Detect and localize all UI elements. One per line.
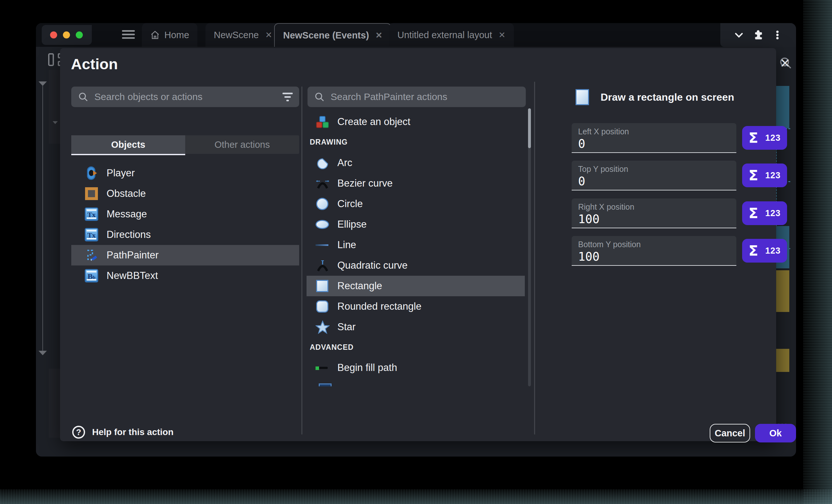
object-row-directions[interactable]: Tx Directions	[71, 224, 299, 245]
collapse-arrow-icon[interactable]	[53, 121, 58, 124]
field-label: Bottom Y position	[578, 240, 730, 249]
event-color-block	[776, 86, 789, 128]
expression-builder-button[interactable]: Σ 123	[742, 239, 787, 262]
tab-close-icon[interactable]: ✕	[498, 30, 505, 40]
field-bottom-y-position[interactable]: Bottom Y position 100	[572, 236, 736, 266]
object-row-player[interactable]: Player	[71, 163, 299, 184]
tab-close-icon[interactable]: ✕	[375, 30, 383, 40]
chevron-down-icon[interactable]	[733, 29, 744, 40]
action-label: Bezier curve	[337, 178, 393, 189]
cancel-button[interactable]: Cancel	[710, 424, 750, 443]
tab-close-icon[interactable]: ✕	[265, 30, 272, 40]
close-icon[interactable]: ✕	[780, 56, 790, 71]
scrollbar-track[interactable]	[528, 108, 531, 386]
field-value: 0	[578, 174, 730, 188]
tab-label: Untitled external layout	[397, 30, 492, 40]
action-row-star[interactable]: Star	[307, 317, 525, 337]
numbers-label: 123	[765, 171, 781, 180]
sigma-icon: Σ	[749, 130, 758, 146]
player-object-icon	[85, 166, 98, 180]
tab-other-actions[interactable]: Other actions	[185, 135, 299, 154]
tab-newscene[interactable]: NewScene ✕	[205, 23, 281, 47]
action-label: Rectangle	[337, 280, 382, 292]
action-row-arc[interactable]: Arc	[307, 152, 525, 173]
tab-objects[interactable]: Objects	[71, 135, 185, 154]
bezier-curve-icon	[315, 177, 329, 190]
scrollbar-thumb[interactable]	[528, 108, 531, 148]
quadratic-curve-icon	[315, 259, 329, 272]
object-row-pathpainter[interactable]: PathPainter	[71, 245, 299, 265]
arc-icon	[315, 156, 329, 170]
kebab-menu-icon[interactable]	[772, 29, 783, 40]
action-row-quadratic-curve[interactable]: Quadratic curve	[307, 255, 525, 276]
ok-button[interactable]: Ok	[755, 424, 796, 443]
field-label: Top Y position	[578, 165, 730, 174]
action-row-rounded-rectangle[interactable]: Rounded rectangle	[307, 296, 525, 317]
action-dialog: Action ✕ Objects Other actions Player Ob…	[60, 48, 776, 441]
tab-label: NewScene (Events)	[283, 30, 369, 41]
edge-glow-bottom	[0, 489, 832, 504]
help-for-action-link[interactable]: ? Help for this action	[72, 426, 174, 439]
close-window-button[interactable]	[50, 31, 57, 38]
action-row-rectangle[interactable]: Rectangle	[307, 276, 525, 296]
bbtext-object-icon: Bb	[85, 269, 98, 282]
field-top-y-position[interactable]: Top Y position 0	[572, 161, 736, 191]
extensions-puzzle-icon[interactable]	[753, 29, 764, 40]
rectangle-icon	[315, 279, 329, 293]
object-row-obstacle[interactable]: Obstacle	[71, 184, 299, 204]
tab-newscene-events[interactable]: NewScene (Events) ✕	[274, 23, 391, 47]
action-label: Arc	[337, 157, 353, 169]
action-row-ellipse[interactable]: Ellipse	[307, 214, 525, 235]
titlebar: Home NewScene ✕ NewScene (Events) ✕ Unti…	[36, 23, 796, 47]
event-color-block	[776, 349, 789, 372]
expression-builder-button[interactable]: Σ 123	[742, 201, 787, 225]
window-controls	[42, 25, 92, 45]
collapse-arrow-icon[interactable]	[38, 81, 47, 86]
menu-icon[interactable]	[122, 30, 135, 40]
section-header: ADVANCED	[310, 343, 354, 352]
filter-icon[interactable]	[283, 93, 293, 101]
dialog-title: Action	[71, 55, 118, 73]
tab-label: Objects	[111, 139, 145, 150]
field-right-x-position[interactable]: Right X position 100	[572, 198, 736, 228]
action-row-begin-fill-path[interactable]: Begin fill path	[307, 358, 525, 378]
rectangle-action-icon	[575, 89, 589, 105]
action-label: Circle	[337, 198, 363, 210]
field-left-x-position[interactable]: Left X position 0	[572, 123, 736, 153]
action-row-circle[interactable]: Circle	[307, 194, 525, 214]
action-row-create-object[interactable]: Create an object	[307, 112, 525, 132]
expression-builder-button[interactable]: Σ 123	[742, 126, 787, 150]
event-tree-line	[42, 86, 43, 354]
tab-home[interactable]: Home	[142, 23, 198, 47]
edge-glow-right	[803, 0, 832, 504]
tab-untitled-external-layout[interactable]: Untitled external layout ✕	[389, 23, 514, 47]
object-label: NewBBText	[107, 270, 158, 281]
zoom-window-button[interactable]	[76, 31, 83, 38]
expression-builder-button[interactable]: Σ 123	[742, 164, 787, 187]
object-label: Obstacle	[107, 188, 146, 199]
tab-label: Other actions	[214, 139, 270, 150]
pathpainter-object-icon	[85, 249, 98, 262]
field-label: Left X position	[578, 127, 730, 136]
actions-search-input[interactable]	[331, 91, 519, 102]
numbers-label: 123	[765, 208, 781, 218]
panel-divider	[534, 82, 535, 435]
panel-divider	[302, 87, 302, 435]
object-row-message[interactable]: Tx Message	[71, 204, 299, 224]
collapse-arrow-icon[interactable]	[38, 351, 47, 355]
tab-label: NewScene	[214, 30, 259, 40]
sigma-icon: Σ	[749, 205, 758, 222]
action-row-line[interactable]: Line	[307, 235, 525, 255]
text-object-icon: Tx	[85, 207, 98, 221]
minimize-window-button[interactable]	[63, 31, 70, 38]
event-block-fragment	[49, 369, 60, 438]
action-row-bezier-curve[interactable]: Bezier curve	[307, 173, 525, 194]
object-label: Directions	[107, 229, 151, 241]
objects-search-input[interactable]	[94, 91, 277, 102]
left-panel-tabs: Objects Other actions	[71, 135, 299, 154]
numbers-label: 123	[765, 133, 781, 143]
action-description-title: Draw a rectangle on screen	[601, 91, 734, 103]
search-icon	[78, 91, 88, 102]
numbers-label: 123	[765, 246, 781, 256]
object-row-newbbtext[interactable]: Bb NewBBText	[71, 265, 299, 286]
